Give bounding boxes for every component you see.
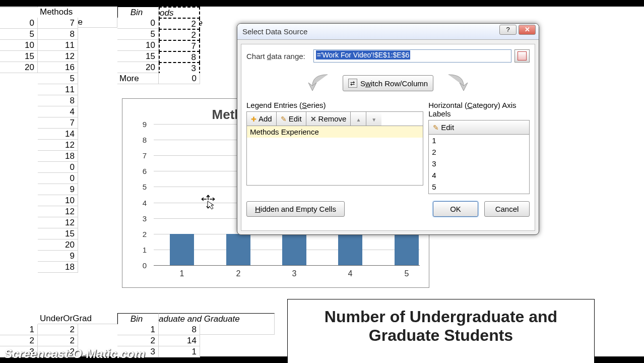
cell[interactable]: 7: [38, 117, 78, 129]
cell[interactable]: 16: [38, 62, 78, 73]
down-arrow-icon: [371, 114, 376, 123]
cell[interactable]: 5: [117, 29, 159, 40]
cell[interactable]: 10: [38, 195, 78, 206]
cell[interactable]: 2: [117, 335, 159, 346]
swap-arrow-left-icon: [302, 71, 333, 96]
series-listbox[interactable]: Methods Experience: [246, 126, 423, 186]
cell[interactable]: 8: [159, 324, 200, 335]
edit-icon: [433, 123, 439, 132]
cell[interactable]: 0: [38, 173, 78, 184]
cell[interactable]: 2: [0, 335, 38, 346]
cell[interactable]: 15: [117, 51, 159, 62]
up-arrow-icon: [356, 114, 361, 123]
cell[interactable]: 12: [38, 51, 78, 62]
chart-data-range-label: Chart data range:: [246, 52, 305, 60]
ytick: 1: [143, 245, 147, 254]
cell[interactable]: 7: [38, 18, 78, 29]
chart-data-range-input[interactable]: ='Work For Video'!$E$1:$E$6: [313, 49, 511, 63]
remove-icon: [310, 114, 316, 123]
move-down-button[interactable]: [366, 112, 381, 126]
edit-icon: [281, 114, 287, 123]
ytick: 6: [143, 167, 147, 175]
col-header-bin[interactable]: Bin: [117, 7, 159, 18]
chart-y-axis: 0 1 2 3 4 5 6 7 8 9: [138, 124, 149, 265]
axis-toolbar: Edit: [428, 120, 530, 135]
cell[interactable]: 11: [38, 84, 78, 95]
cell[interactable]: 9: [38, 184, 78, 195]
axis-item[interactable]: 5: [429, 181, 529, 193]
add-icon: [251, 114, 256, 123]
col-a-blank: [0, 7, 38, 8]
cell-more[interactable]: More: [117, 73, 159, 84]
cell[interactable]: 20: [38, 239, 78, 251]
ytick: 2: [143, 229, 147, 238]
cell[interactable]: 4: [38, 106, 78, 117]
ytick: 5: [143, 183, 147, 191]
cell[interactable]: 5: [0, 29, 38, 40]
ok-button[interactable]: OK: [433, 201, 478, 217]
chart-bar-1[interactable]: [170, 234, 194, 265]
cell[interactable]: 8: [38, 95, 78, 106]
axis-item[interactable]: 4: [429, 169, 529, 181]
axis-item[interactable]: 3: [429, 158, 529, 169]
cell[interactable]: 0: [159, 73, 200, 84]
cell[interactable]: 15: [38, 228, 78, 239]
cell[interactable]: 2: [38, 324, 78, 335]
dialog-titlebar[interactable]: Select Data Source ? ✕: [237, 24, 539, 40]
chart-bar-2[interactable]: [226, 234, 250, 265]
cell[interactable]: 1: [117, 324, 159, 335]
legend-entries-label: Legend Entries (Series): [246, 101, 423, 109]
close-button[interactable]: ✕: [519, 25, 536, 35]
cell[interactable]: 1: [0, 324, 38, 335]
watermark: Screencast-O-Matic.com: [4, 347, 145, 361]
cell[interactable]: 0: [38, 162, 78, 173]
xtick: 2: [236, 269, 241, 278]
cell[interactable]: 14: [159, 335, 200, 346]
cell[interactable]: 2: [38, 335, 78, 346]
help-button[interactable]: ?: [499, 25, 517, 35]
chart-grad-students[interactable]: Number of Undergraduate and Graduate Stu…: [287, 299, 595, 363]
cell[interactable]: 14: [38, 129, 78, 140]
move-up-button[interactable]: [351, 112, 366, 126]
cell[interactable]: 12: [38, 140, 78, 151]
switch-row-column-button[interactable]: ⇄ Switch Row/Column: [343, 75, 433, 91]
cell[interactable]: 1: [159, 346, 200, 357]
cell[interactable]: 18: [38, 151, 78, 162]
dialog-title: Select Data Source: [242, 27, 307, 36]
ytick: 3: [143, 214, 147, 222]
add-series-button[interactable]: Add: [247, 112, 277, 126]
cell[interactable]: 10: [0, 40, 38, 51]
select-data-source-dialog: Select Data Source ? ✕ Chart data range:…: [237, 23, 539, 235]
cell[interactable]: 10: [117, 40, 159, 51]
hidden-empty-cells-button[interactable]: Hidden and Empty Cells: [246, 201, 345, 217]
cell[interactable]: 5: [38, 73, 78, 84]
cell[interactable]: 20: [117, 62, 159, 73]
series-toolbar: Add Edit Remove: [246, 111, 423, 126]
col-header-bin2[interactable]: Bin: [117, 313, 159, 325]
cell[interactable]: 20: [0, 62, 38, 73]
axis-item[interactable]: 2: [429, 146, 529, 158]
axis-listbox[interactable]: 1 2 3 4 5: [428, 135, 530, 194]
remove-series-button[interactable]: Remove: [306, 112, 351, 126]
cell[interactable]: 15: [0, 51, 38, 62]
cell[interactable]: 12: [38, 206, 78, 217]
xtick: 4: [348, 269, 353, 278]
ytick: 0: [143, 261, 147, 270]
cell[interactable]: 18: [38, 262, 78, 273]
axis-item[interactable]: 1: [429, 135, 529, 146]
cell[interactable]: 9: [38, 251, 78, 262]
col-header-underorgrad[interactable]: UnderOrGrad: [38, 313, 117, 324]
cell[interactable]: 11: [38, 40, 78, 51]
edit-axis-button[interactable]: Edit: [429, 120, 529, 134]
ytick: 7: [143, 151, 147, 160]
switch-icon: ⇄: [348, 79, 357, 88]
collapse-range-button[interactable]: [514, 49, 530, 63]
edit-series-button[interactable]: Edit: [277, 112, 306, 126]
cell[interactable]: 0: [117, 18, 159, 29]
cell[interactable]: 0: [0, 18, 38, 29]
ytick: 8: [143, 136, 147, 144]
cell[interactable]: 8: [38, 29, 78, 40]
series-item[interactable]: Methods Experience: [247, 126, 423, 138]
cancel-button[interactable]: Cancel: [484, 201, 530, 217]
cell[interactable]: 12: [38, 217, 78, 228]
